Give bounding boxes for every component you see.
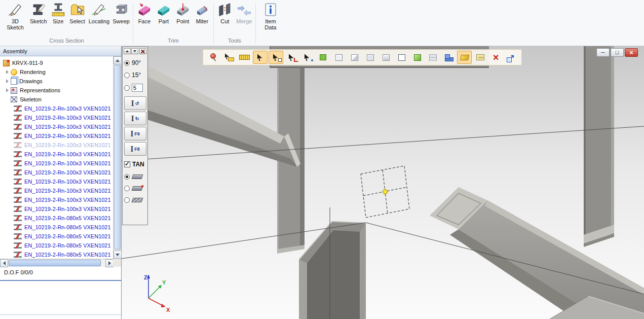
scroll-right-button[interactable] (105, 259, 113, 267)
assembly-panel-header[interactable]: Assembly (0, 46, 121, 56)
rendered-view-icon[interactable] (410, 51, 425, 64)
part-icon (14, 169, 22, 175)
cursor-select-icon[interactable] (253, 51, 268, 64)
steps-icon[interactable] (441, 51, 456, 64)
tree-item-part[interactable]: EN_10219-2-Rn-100x3 VXEN1021 (0, 204, 113, 214)
button-label: Sweep (112, 18, 130, 24)
pick-measure-icon[interactable] (221, 51, 236, 64)
pin-icon[interactable] (206, 51, 220, 64)
flip-f9-button[interactable]: F9 (124, 127, 146, 140)
tree-node-drawings[interactable]: Drawings (0, 77, 113, 86)
close-button[interactable]: × (625, 48, 638, 57)
mode-reference-radio[interactable] (124, 186, 146, 191)
beam-right-column[interactable] (584, 46, 614, 247)
surface-icon[interactable] (457, 51, 472, 64)
tree-item-part[interactable]: EN_10219-2-Rn-100x3 VXEN1021 (0, 177, 113, 186)
representations-icon (11, 87, 17, 94)
locating-button[interactable]: Locating (87, 1, 111, 37)
flip-f8-button[interactable]: F8 (124, 142, 146, 156)
cursor-snap-icon[interactable] (269, 51, 283, 64)
face-button[interactable]: Face (135, 1, 154, 37)
open-view-icon[interactable] (504, 51, 519, 64)
shaded-edges-view-icon[interactable] (378, 51, 393, 64)
minimize-button[interactable]: ─ (596, 48, 610, 57)
angle-custom-option[interactable] (124, 84, 146, 92)
tree-item-part[interactable]: EN_10219-2-Rn-100x3 VXEN1021 (0, 186, 113, 195)
angle-step-input[interactable] (132, 84, 143, 92)
tree-node-rendering[interactable]: Rendering (0, 67, 113, 77)
maximize-button[interactable]: □ (611, 48, 624, 57)
miter-button[interactable]: Miter (193, 1, 212, 37)
rotate-cw-button[interactable]: ↻ (124, 112, 146, 125)
mode-solid-radio[interactable] (124, 174, 146, 180)
wireframe-view-icon[interactable] (331, 51, 346, 64)
tangent-option[interactable]: TAN (124, 161, 146, 168)
sketch-button[interactable]: Sketch (28, 1, 49, 37)
scroll-down-button[interactable] (113, 251, 122, 259)
scroll-left-button[interactable] (0, 259, 8, 267)
cursor-point-icon[interactable] (300, 51, 315, 64)
size-button[interactable]: Size (49, 1, 68, 37)
tree-item-part[interactable]: EN_10219-2-Rn-080x5 VXEN1021 (0, 232, 113, 241)
vertical-scrollbar-thumb[interactable] (114, 65, 121, 250)
horizontal-scrollbar[interactable] (0, 259, 113, 267)
angle-90-option[interactable]: 90° (124, 59, 146, 66)
scroll-up-button[interactable] (113, 56, 122, 64)
item-data-button[interactable]: Item Data (257, 1, 284, 37)
panel-divider (0, 280, 121, 281)
tangent-checkbox[interactable] (124, 161, 130, 167)
merge-button[interactable]: Merge (235, 1, 254, 37)
sheets-icon[interactable] (473, 51, 487, 64)
dof-status: D.O.F 0/0/0 (0, 268, 121, 277)
expand-caret-icon[interactable] (6, 70, 9, 74)
tree-item-part[interactable]: EN_10219-2-Rn-100x3 VXEN1021 (0, 131, 113, 140)
angle-15-radio[interactable] (124, 73, 130, 78)
tree-item-part[interactable]: EN_10219-2-Rn-100x3 VXEN1021 (0, 140, 113, 150)
rotate-ccw-button[interactable]: ↺ (124, 96, 146, 110)
horizontal-scrollbar-thumb[interactable] (9, 260, 101, 266)
expand-caret-icon[interactable] (6, 88, 9, 92)
point-button[interactable]: Point (173, 1, 193, 37)
tree-item-part[interactable]: EN_10219-2-Rn-100x3 VXEN1021 (0, 195, 113, 204)
select-button[interactable]: Select (68, 1, 87, 37)
tree-item-part[interactable]: EN_10219-2-Rn-100x3 VXEN1021 (0, 113, 113, 122)
sketch-point[interactable] (383, 190, 388, 194)
mode-hatch-radio[interactable] (124, 197, 146, 203)
3d-scene[interactable]: Z Y X (122, 46, 644, 319)
beam-mode-radio[interactable] (124, 197, 130, 203)
face-select-icon[interactable] (316, 51, 330, 64)
3d-sketch-button[interactable]: 3D Sketch (2, 1, 28, 37)
list-icon[interactable] (426, 51, 440, 64)
hidden-line-view-icon[interactable] (347, 51, 362, 64)
cursor-corner-icon[interactable] (284, 51, 299, 64)
tree-item-part[interactable]: EN_10219-2-Rn-080x5 VXEN1021 (0, 250, 113, 259)
tree-item-part[interactable]: EN_10219-2-Rn-100x3 VXEN1021 (0, 122, 113, 131)
tree-item-part[interactable]: EN_10219-2-Rn-080x5 VXEN1021 (0, 223, 113, 232)
beam-mode-radio[interactable] (124, 186, 130, 191)
tree-item-part[interactable]: EN_10219-2-Rn-100x3 VXEN1021 (0, 168, 113, 177)
delete-icon[interactable] (488, 51, 503, 64)
tree-item-part[interactable]: EN_10219-2-Rn-100x3 VXEN1021 (0, 104, 113, 113)
tree-item-part[interactable]: EN_10219-2-Rn-080x5 VXEN1021 (0, 214, 113, 223)
panel-up-button[interactable] (124, 48, 131, 54)
angle-custom-radio[interactable] (124, 85, 130, 91)
tree-node-representations[interactable]: Representations (0, 86, 113, 95)
panel-down-button[interactable] (131, 48, 138, 54)
angle-15-option[interactable]: 15° (124, 72, 146, 79)
perspective-view-icon[interactable] (394, 51, 409, 64)
cut-button[interactable]: Cut (215, 1, 235, 37)
part-button[interactable]: Part (154, 1, 173, 37)
tree-root[interactable]: KRVX-911-9 (0, 58, 113, 67)
sweep-button[interactable]: Sweep (111, 1, 131, 37)
shaded-view-icon[interactable] (363, 51, 377, 64)
tree-node-skeleton[interactable]: Skeleton (0, 95, 113, 104)
expand-caret-icon[interactable] (6, 79, 9, 83)
tree-item-part[interactable]: EN_10219-2-Rn-080x5 VXEN1021 (0, 241, 113, 250)
vertical-scrollbar[interactable] (113, 56, 121, 259)
panel-close-button[interactable] (139, 48, 146, 54)
beam-mode-radio[interactable] (124, 174, 130, 180)
tree-item-part[interactable]: EN_10219-2-Rn-100x3 VXEN1021 (0, 150, 113, 159)
angle-90-radio[interactable] (124, 60, 130, 66)
tree-item-part[interactable]: EN_10219-2-Rn-100x3 VXEN1021 (0, 159, 113, 168)
ruler-icon[interactable] (237, 51, 252, 64)
